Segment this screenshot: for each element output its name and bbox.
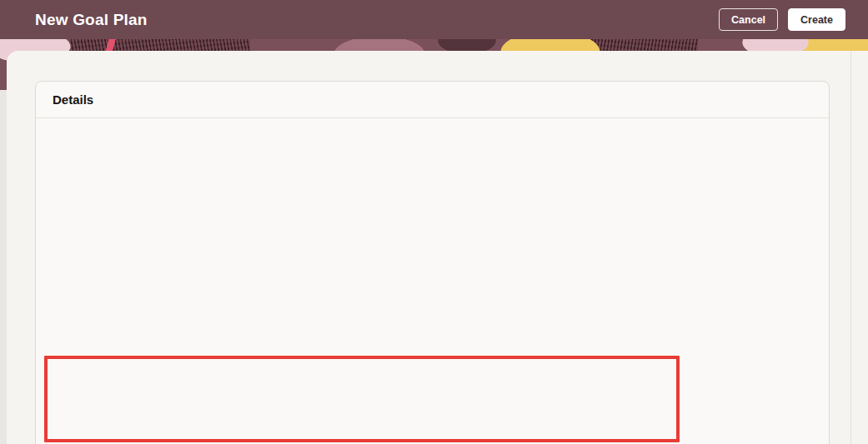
scrollbar-track	[850, 51, 868, 444]
details-card-header: Details	[36, 82, 829, 118]
header-bar: New Goal Plan Cancel Create	[0, 0, 868, 39]
create-button[interactable]: Create	[788, 8, 845, 31]
cancel-button[interactable]: Cancel	[719, 8, 778, 31]
header-actions: Cancel Create	[719, 8, 845, 31]
details-title: Details	[53, 92, 93, 107]
page-title: New Goal Plan	[35, 11, 148, 29]
page: New Goal Plan Cancel Create Details Goal…	[0, 0, 868, 444]
details-card: Details	[35, 81, 830, 444]
